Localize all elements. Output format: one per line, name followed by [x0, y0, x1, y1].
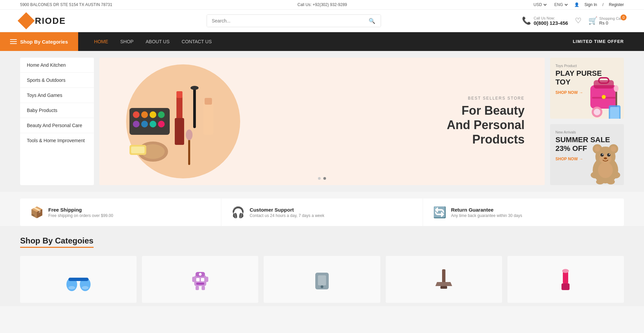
cart-badge: 0 — [621, 14, 627, 20]
header: RIODE 🔍 📞 Call Us Now: 0(800) 123-456 ♡ … — [0, 10, 644, 32]
svg-point-38 — [611, 146, 616, 152]
svg-rect-66 — [318, 275, 326, 285]
banner-toys: Toys Product PLAY PURSE TOY SHOP NOW → — [550, 58, 624, 119]
svg-point-13 — [191, 86, 199, 90]
logo-diamond — [18, 12, 35, 30]
nav-contact[interactable]: CONTACT US — [176, 32, 218, 51]
sidebar-item-home-kitchen[interactable]: Home And Kitchen — [20, 58, 94, 73]
phone-icon: 📞 — [522, 16, 531, 25]
svg-rect-57 — [201, 278, 204, 281]
svg-point-28 — [614, 85, 619, 92]
navbar: Shop By Categories HOME SHOP ABOUT US CO… — [0, 32, 644, 51]
return-title: Return Guarantee — [451, 207, 522, 213]
sign-in-link[interactable]: Sign In — [585, 2, 597, 7]
svg-point-30 — [594, 109, 600, 115]
categories-label: Shop By Categories — [20, 39, 68, 45]
svg-rect-14 — [203, 101, 213, 135]
call-label: Call Us Now: — [534, 16, 568, 20]
sidebar-item-sports[interactable]: Sports & Outdoors — [20, 73, 94, 88]
svg-point-47 — [598, 162, 613, 178]
svg-rect-12 — [193, 88, 196, 128]
banner-2-image — [585, 138, 624, 185]
svg-point-43 — [609, 154, 610, 155]
category-grid — [20, 256, 624, 303]
search-bar: 🔍 — [207, 14, 381, 27]
svg-point-42 — [602, 154, 603, 155]
banners: Toys Product PLAY PURSE TOY SHOP NOW → — [550, 58, 624, 185]
feature-support: 🎧 Customer Support Contact us 24 hours a… — [221, 199, 423, 226]
cat-img-5 — [507, 256, 624, 303]
separator: / — [602, 2, 603, 7]
svg-point-54 — [82, 286, 89, 289]
cart-info: Shopping Cart: Rs 0 — [599, 16, 624, 25]
svg-rect-32 — [610, 107, 619, 119]
svg-rect-11 — [175, 118, 184, 145]
top-bar-right: USD EUR ENG FR 👤 Sign In / Register — [532, 2, 624, 7]
section-title: Shop By Categoies — [20, 236, 94, 248]
sidebar-item-toys[interactable]: Toys And Games — [20, 88, 94, 103]
slider-dot-2[interactable] — [323, 177, 326, 180]
svg-point-73 — [562, 269, 569, 273]
svg-rect-72 — [561, 283, 570, 290]
cat-card-1[interactable] — [20, 256, 137, 303]
slider-dot-1[interactable] — [318, 177, 321, 180]
categories-button[interactable]: Shop By Categories — [0, 32, 78, 51]
wishlist-icon[interactable]: ♡ — [575, 16, 582, 25]
sidebar-item-baby[interactable]: Baby Products — [20, 103, 94, 118]
banner-summer: New Arrivals SUMMER SALE 23% OFF SHOP NO… — [550, 124, 624, 185]
svg-marker-69 — [435, 282, 452, 286]
logo[interactable]: RIODE — [20, 15, 66, 27]
cat-card-3[interactable] — [264, 256, 380, 303]
svg-rect-21 — [131, 147, 145, 153]
sidebar-item-tools[interactable]: Tools & Home Improvement — [20, 133, 94, 148]
cart-block[interactable]: 🛒 Shopping Cart: Rs 0 0 — [588, 16, 624, 25]
nav-links: HOME SHOP ABOUT US CONTACT US — [88, 32, 218, 51]
banner-1-image — [584, 68, 624, 119]
nav-home[interactable]: HOME — [88, 32, 114, 51]
support-desc: Contact us 24 hours a day, 7 days a week — [250, 213, 324, 218]
top-bar: 5900 BALCONES DR STE 5154 TX AUSTIN 7873… — [0, 0, 644, 10]
svg-point-64 — [199, 273, 202, 276]
svg-point-8 — [158, 121, 165, 127]
register-link[interactable]: Register — [609, 2, 624, 7]
currency-select[interactable]: USD EUR — [532, 2, 548, 7]
cat-card-4[interactable] — [386, 256, 502, 303]
banner-2-tag: New Arrivals — [555, 130, 619, 134]
logo-text: RIODE — [35, 16, 66, 26]
user-icon: 👤 — [574, 2, 579, 7]
hero-title: For Beauty And Personal Products — [447, 103, 525, 147]
svg-rect-62 — [202, 286, 205, 290]
search-button[interactable]: 🔍 — [363, 15, 381, 27]
feature-shipping: 📦 Free Shipping Free shipping on orders … — [20, 199, 221, 226]
nav-shop[interactable]: SHOP — [114, 32, 140, 51]
language-select[interactable]: ENG FR — [553, 2, 569, 7]
svg-point-4 — [158, 111, 165, 118]
sidebar-item-beauty[interactable]: Beauty And Personal Care — [20, 118, 94, 133]
svg-rect-58 — [196, 283, 204, 285]
nav-about[interactable]: ABOUT US — [140, 32, 175, 51]
svg-rect-61 — [196, 286, 199, 290]
phone: Call Us: +92(302) 932-9289 — [298, 2, 347, 7]
svg-rect-23 — [594, 80, 614, 89]
cat-img-2 — [142, 256, 258, 303]
svg-point-49 — [607, 179, 615, 184]
cat-img-3 — [264, 256, 380, 303]
svg-rect-15 — [205, 98, 212, 105]
support-title: Customer Support — [250, 207, 324, 213]
slider-dots — [318, 177, 326, 180]
cat-card-5[interactable] — [507, 256, 624, 303]
sidebar: Home And Kitchen Sports & Outdoors Toys … — [20, 58, 94, 185]
svg-point-1 — [133, 111, 140, 118]
hero-slider: BEST SELLERS STORE For Beauty And Person… — [99, 58, 545, 185]
svg-point-53 — [68, 286, 75, 289]
cat-img-1 — [20, 256, 137, 303]
cat-card-2[interactable] — [142, 256, 258, 303]
svg-point-5 — [133, 121, 140, 127]
svg-point-2 — [141, 111, 148, 118]
call-block: 📞 Call Us Now: 0(800) 123-456 — [522, 16, 568, 26]
svg-rect-9 — [176, 95, 182, 121]
svg-rect-68 — [442, 269, 445, 283]
svg-point-6 — [141, 121, 148, 127]
limited-offer[interactable]: LIMITED TIME OFFER — [573, 32, 624, 51]
search-input[interactable] — [207, 15, 363, 27]
